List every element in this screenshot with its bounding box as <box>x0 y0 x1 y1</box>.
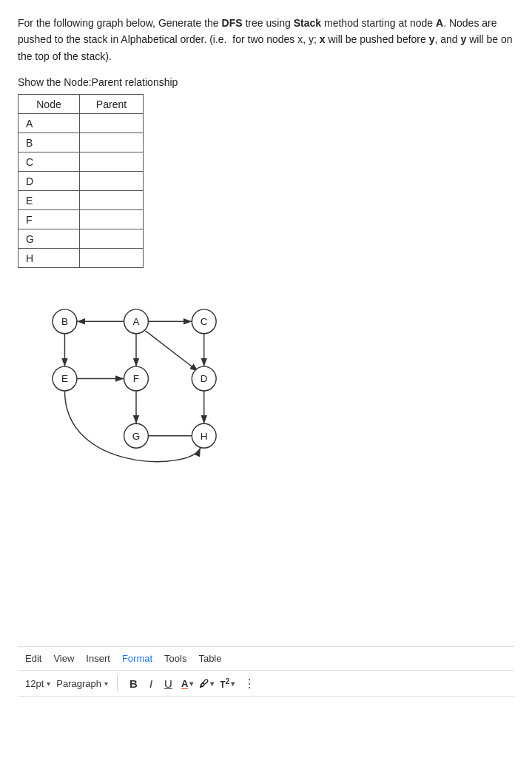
table-cell-parent <box>79 249 143 268</box>
table-cell-parent <box>79 152 143 172</box>
highlight-icon: 🖊 <box>199 678 209 689</box>
node-parent-table: Node Parent ABCDEFGH <box>18 94 144 268</box>
table-cell-parent <box>79 114 143 133</box>
superscript-label: T2 <box>220 677 229 690</box>
font-color-button[interactable]: A ▾ <box>181 678 193 689</box>
table-cell-parent <box>79 191 143 210</box>
font-size-select[interactable]: 12pt ▾ <box>25 678 50 689</box>
menu-bar: Edit View Insert Format Tools Table <box>18 647 514 671</box>
table-cell-node: H <box>18 249 80 268</box>
description-text: For the following graph below, Generate … <box>18 15 514 64</box>
text-editor-area[interactable] <box>18 697 514 756</box>
menu-table[interactable]: Table <box>198 653 221 664</box>
node-label-C: C <box>201 316 208 327</box>
node-label-B: B <box>61 316 68 327</box>
node-label-A: A <box>132 316 139 327</box>
format-bar: 12pt ▾ Paragraph ▾ B I U A ▾ 🖊 ▾ T2 ▾ <box>18 671 514 697</box>
italic-button[interactable]: I <box>147 676 155 691</box>
toolbar-section: Edit View Insert Format Tools Table 12pt… <box>18 646 514 758</box>
graph-svg: A B C E F D G H <box>33 293 240 486</box>
font-size-chevron: ▾ <box>47 680 50 688</box>
paragraph-select[interactable]: Paragraph ▾ <box>56 678 108 689</box>
paragraph-chevron: ▾ <box>104 680 108 688</box>
node-label-D: D <box>201 374 208 385</box>
table-cell-node: B <box>18 133 80 152</box>
font-color-chevron: ▾ <box>189 680 193 688</box>
table-cell-node: A <box>18 114 80 133</box>
table-row: D <box>18 172 144 191</box>
table-row: H <box>18 249 144 268</box>
node-label-H: H <box>201 431 208 442</box>
table-cell-node: E <box>18 191 80 210</box>
menu-format[interactable]: Format <box>122 653 152 664</box>
paragraph-value: Paragraph <box>56 678 101 689</box>
font-color-label: A <box>181 678 188 689</box>
highlight-button[interactable]: 🖊 ▾ <box>199 678 214 689</box>
menu-edit[interactable]: Edit <box>25 653 41 664</box>
table-row: A <box>18 114 144 133</box>
menu-tools[interactable]: Tools <box>164 653 186 664</box>
page: For the following graph below, Generate … <box>0 0 532 758</box>
node-label-G: G <box>132 431 141 442</box>
edge-A-D-diag <box>146 331 198 372</box>
menu-insert[interactable]: Insert <box>86 653 110 664</box>
node-label-E: E <box>61 374 68 385</box>
table-cell-node: D <box>18 172 80 191</box>
table-cell-node: G <box>18 229 80 249</box>
table-cell-node: C <box>18 152 80 172</box>
table-cell-parent <box>79 172 143 191</box>
table-cell-parent <box>79 133 143 152</box>
col-header-parent: Parent <box>79 95 143 114</box>
superscript-button[interactable]: T2 ▾ <box>220 677 235 690</box>
table-cell-parent <box>79 210 143 229</box>
font-size-value: 12pt <box>25 678 44 689</box>
highlight-chevron: ▾ <box>210 680 214 688</box>
superscript-chevron: ▾ <box>231 680 235 688</box>
table-cell-node: F <box>18 210 80 229</box>
more-options-button[interactable]: ⋮ <box>243 677 255 691</box>
table-row: G <box>18 229 144 249</box>
bold-button[interactable]: B <box>127 676 141 691</box>
table-label: Show the Node:Parent relationship <box>18 76 514 88</box>
table-row: E <box>18 191 144 210</box>
node-label-F: F <box>133 374 139 385</box>
col-header-node: Node <box>18 95 80 114</box>
table-row: C <box>18 152 144 172</box>
table-row: B <box>18 133 144 152</box>
menu-view[interactable]: View <box>53 653 74 664</box>
graph-diagram: A B C E F D G H <box>33 293 240 486</box>
table-row: F <box>18 210 144 229</box>
separator-1 <box>117 675 118 691</box>
table-cell-parent <box>79 229 143 249</box>
underline-button[interactable]: U <box>161 676 175 691</box>
